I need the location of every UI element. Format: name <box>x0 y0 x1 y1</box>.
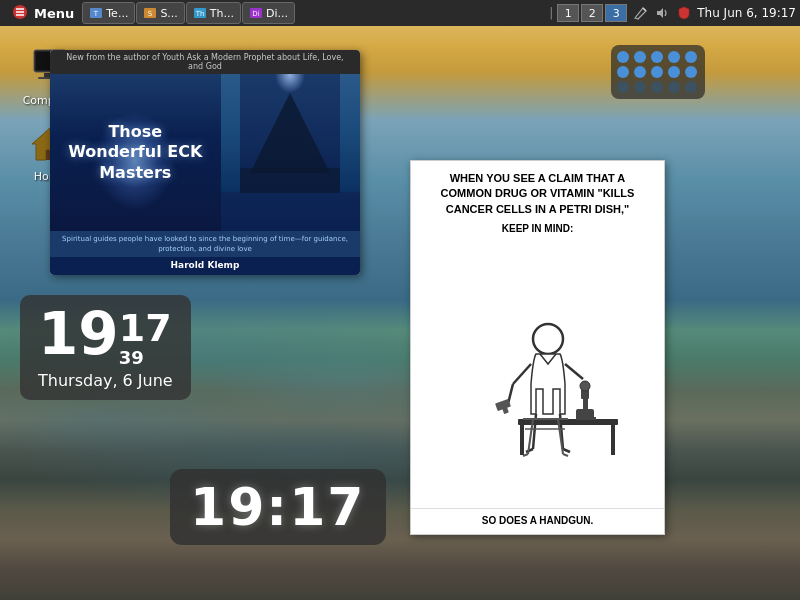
taskbar-apps: T Te... S S... Th Th... <box>82 2 549 24</box>
dot-14 <box>668 81 680 93</box>
book-widget[interactable]: New from the author of Youth Ask a Moder… <box>50 50 360 275</box>
taskbar-clock[interactable]: Thu Jun 6, 19:17 <box>697 6 796 20</box>
svg-line-40 <box>563 454 568 456</box>
xkcd-widget[interactable]: When you see a claim that a common drug … <box>410 160 665 535</box>
svg-line-28 <box>565 364 583 379</box>
taskbar-app-te[interactable]: T Te... <box>82 2 135 24</box>
xkcd-subtitle: Keep in mind: <box>423 223 652 234</box>
svg-text:Di: Di <box>252 10 259 18</box>
svg-rect-18 <box>520 425 524 455</box>
taskbar-app-di[interactable]: Di Di... <box>242 2 295 24</box>
svg-point-23 <box>580 381 590 391</box>
svg-text:S: S <box>148 10 153 18</box>
volume-icon[interactable] <box>653 4 671 22</box>
svg-rect-16 <box>240 168 340 193</box>
app-te-label: Te... <box>106 7 128 20</box>
taskbar-right: | 1 2 3 <box>549 4 796 22</box>
separator-icon: | <box>549 6 553 20</box>
dot-8 <box>651 66 663 78</box>
clock-date: Thursday, 6 June <box>38 371 173 390</box>
clock-widget-large: 19:17 <box>170 469 386 545</box>
workspace-1[interactable]: 1 <box>557 4 579 22</box>
workspace-3[interactable]: 3 <box>605 4 627 22</box>
book-image-area <box>221 74 361 231</box>
dot-12 <box>634 81 646 93</box>
svg-text:Th: Th <box>195 10 205 18</box>
xkcd-title-area: When you see a claim that a common drug … <box>411 161 664 240</box>
dot-grid-widget[interactable] <box>611 45 705 99</box>
svg-rect-19 <box>611 425 615 455</box>
workspace-2[interactable]: 2 <box>581 4 603 22</box>
book-subtitle: New from the author of Youth Ask a Moder… <box>50 50 360 74</box>
dot-4 <box>668 51 680 63</box>
svg-line-32 <box>563 449 570 452</box>
dot-13 <box>651 81 663 93</box>
clock-seconds: 39 <box>119 349 172 367</box>
dot-1 <box>617 51 629 63</box>
app-s-label: S... <box>160 7 177 20</box>
book-main: Those Wonderful ECK Masters <box>50 74 360 231</box>
book-description-area: Spiritual guides people have looked to s… <box>50 231 360 257</box>
security-icon[interactable] <box>675 4 693 22</box>
svg-rect-24 <box>576 417 596 420</box>
clock-widget-small: 19 17 39 Thursday, 6 June <box>20 295 191 400</box>
dot-10 <box>685 66 697 78</box>
book-author: Harold Klemp <box>58 260 352 270</box>
xkcd-title: When you see a claim that a common drug … <box>423 171 652 217</box>
stylus-icon[interactable] <box>631 4 649 22</box>
book-cover: New from the author of Youth Ask a Moder… <box>50 50 360 275</box>
clock-min-sec: 17 39 <box>119 309 172 367</box>
xkcd-comic-svg <box>428 264 648 484</box>
book-author-area: Harold Klemp <box>50 257 360 275</box>
book-title: Those Wonderful ECK Masters <box>60 122 211 184</box>
book-title-area: Those Wonderful ECK Masters <box>50 74 221 231</box>
svg-point-25 <box>533 324 563 354</box>
app-di-label: Di... <box>266 7 288 20</box>
clock-small-display: 19 17 39 <box>38 305 173 367</box>
svg-line-26 <box>513 364 531 384</box>
workspace-switcher: 1 2 3 <box>557 4 627 22</box>
dot-7 <box>634 66 646 78</box>
dot-11 <box>617 81 629 93</box>
book-illustration <box>221 74 361 192</box>
clock-large-display: 19:17 <box>190 477 366 537</box>
xkcd-comic-area <box>411 240 664 508</box>
clock-minutes: 17 <box>119 309 172 347</box>
dot-15 <box>685 81 697 93</box>
book-description: Spiritual guides people have looked to s… <box>58 235 352 255</box>
dot-2 <box>634 51 646 63</box>
dot-9 <box>668 66 680 78</box>
menu-button[interactable]: Menu <box>4 2 82 25</box>
clock-hour: 19 <box>38 305 119 363</box>
menu-label: Menu <box>34 6 74 21</box>
taskbar-app-s[interactable]: S S... <box>136 2 184 24</box>
app-th-label: Th... <box>210 7 234 20</box>
dot-grid-inner <box>617 51 699 93</box>
menu-icon <box>12 4 28 23</box>
svg-text:T: T <box>93 10 99 18</box>
dot-3 <box>651 51 663 63</box>
taskbar-app-th[interactable]: Th Th... <box>186 2 241 24</box>
dot-5 <box>685 51 697 63</box>
taskbar: Menu T Te... S S... Th <box>0 0 800 26</box>
desktop: Menu T Te... S S... Th <box>0 0 800 600</box>
xkcd-caption: So does a handgun. <box>411 508 664 534</box>
dot-6 <box>617 66 629 78</box>
